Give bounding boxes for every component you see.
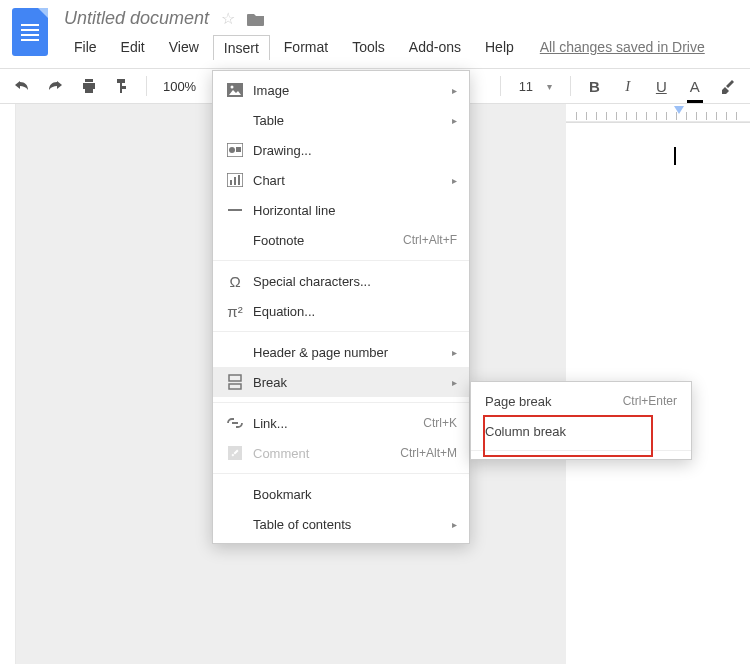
underline-button[interactable]: U [648, 72, 675, 100]
menu-label: Drawing... [253, 143, 457, 158]
drawing-icon [223, 143, 247, 157]
menu-insert[interactable]: Insert [213, 35, 270, 60]
paint-format-button[interactable] [108, 72, 135, 100]
insert-footnote[interactable]: Footnote Ctrl+Alt+F [213, 225, 469, 255]
menu-edit[interactable]: Edit [111, 35, 155, 60]
menu-label: Column break [485, 424, 677, 439]
header: Untitled document ☆ File Edit View Inser… [0, 0, 750, 60]
menu-label: Footnote [253, 233, 403, 248]
submenu-arrow-icon: ▸ [452, 377, 457, 388]
folder-icon[interactable] [247, 12, 265, 26]
insert-break[interactable]: Break ▸ [213, 367, 469, 397]
svg-rect-8 [238, 175, 240, 185]
shortcut-text: Ctrl+Enter [623, 394, 677, 408]
menu-label: Chart [253, 173, 452, 188]
column-break[interactable]: Column break [471, 416, 691, 446]
highlight-button[interactable] [715, 72, 742, 100]
menu-label: Bookmark [253, 487, 457, 502]
menu-label: Table [253, 113, 452, 128]
menu-file[interactable]: File [64, 35, 107, 60]
horizontal-ruler [566, 104, 750, 122]
print-button[interactable] [75, 72, 102, 100]
undo-button[interactable] [8, 72, 35, 100]
indent-marker-icon[interactable] [674, 106, 684, 114]
page-break[interactable]: Page break Ctrl+Enter [471, 386, 691, 416]
menu-separator [471, 450, 691, 451]
menu-format[interactable]: Format [274, 35, 338, 60]
menu-label: Link... [253, 416, 423, 431]
insert-special-chars[interactable]: Ω Special characters... [213, 266, 469, 296]
menu-label: Header & page number [253, 345, 452, 360]
submenu-arrow-icon: ▸ [452, 347, 457, 358]
menu-help[interactable]: Help [475, 35, 524, 60]
svg-point-3 [229, 147, 235, 153]
menu-label: Special characters... [253, 274, 457, 289]
text-cursor [674, 147, 676, 165]
font-size-dropdown-icon[interactable]: ▾ [547, 81, 552, 92]
submenu-arrow-icon: ▸ [452, 85, 457, 96]
italic-button[interactable]: I [614, 72, 641, 100]
insert-toc[interactable]: Table of contents ▸ [213, 509, 469, 539]
svg-point-1 [231, 86, 234, 89]
menu-label: Break [253, 375, 452, 390]
insert-bookmark[interactable]: Bookmark [213, 479, 469, 509]
break-submenu: Page break Ctrl+Enter Column break [470, 381, 692, 460]
menu-addons[interactable]: Add-ons [399, 35, 471, 60]
menu-label: Equation... [253, 304, 457, 319]
shortcut-text: Ctrl+K [423, 416, 457, 430]
redo-button[interactable] [41, 72, 68, 100]
menu-separator [213, 402, 469, 403]
insert-horizontal-line[interactable]: Horizontal line [213, 195, 469, 225]
insert-equation[interactable]: π² Equation... [213, 296, 469, 326]
insert-link[interactable]: Link... Ctrl+K [213, 408, 469, 438]
insert-comment: Comment Ctrl+Alt+M [213, 438, 469, 468]
equation-icon: π² [223, 303, 247, 320]
menu-label: Table of contents [253, 517, 452, 532]
shortcut-text: Ctrl+Alt+M [400, 446, 457, 460]
docs-logo[interactable] [12, 8, 48, 56]
svg-rect-4 [236, 147, 241, 152]
insert-chart[interactable]: Chart ▸ [213, 165, 469, 195]
insert-table[interactable]: Table ▸ [213, 105, 469, 135]
document-title[interactable]: Untitled document [64, 8, 209, 29]
submenu-arrow-icon: ▸ [452, 115, 457, 126]
hline-icon [223, 203, 247, 217]
svg-rect-10 [229, 375, 241, 381]
menu-label: Image [253, 83, 452, 98]
menu-separator [213, 260, 469, 261]
svg-rect-11 [229, 384, 241, 389]
insert-header-page-number[interactable]: Header & page number ▸ [213, 337, 469, 367]
menu-separator [213, 473, 469, 474]
comment-icon [223, 446, 247, 460]
text-color-button[interactable]: A [681, 72, 708, 100]
insert-dropdown: Image ▸ Table ▸ Drawing... Chart ▸ Horiz… [212, 70, 470, 544]
menu-label: Comment [253, 446, 400, 461]
insert-drawing[interactable]: Drawing... [213, 135, 469, 165]
menu-bar: File Edit View Insert Format Tools Add-o… [64, 35, 705, 60]
menu-label: Page break [485, 394, 623, 409]
shortcut-text: Ctrl+Alt+F [403, 233, 457, 247]
chart-icon [223, 173, 247, 187]
bold-button[interactable]: B [581, 72, 608, 100]
submenu-arrow-icon: ▸ [452, 175, 457, 186]
star-icon[interactable]: ☆ [221, 9, 235, 28]
break-icon [223, 374, 247, 390]
vertical-ruler [0, 104, 16, 664]
menu-view[interactable]: View [159, 35, 209, 60]
save-status[interactable]: All changes saved in Drive [540, 35, 705, 60]
insert-image[interactable]: Image ▸ [213, 75, 469, 105]
submenu-arrow-icon: ▸ [452, 519, 457, 530]
zoom-level[interactable]: 100% [157, 79, 202, 94]
font-size-input[interactable]: 11 [511, 79, 540, 94]
image-icon [223, 83, 247, 97]
link-icon [223, 418, 247, 428]
menu-separator [213, 331, 469, 332]
svg-rect-6 [230, 180, 232, 185]
menu-label: Horizontal line [253, 203, 457, 218]
svg-rect-7 [234, 177, 236, 185]
omega-icon: Ω [223, 273, 247, 290]
menu-tools[interactable]: Tools [342, 35, 395, 60]
